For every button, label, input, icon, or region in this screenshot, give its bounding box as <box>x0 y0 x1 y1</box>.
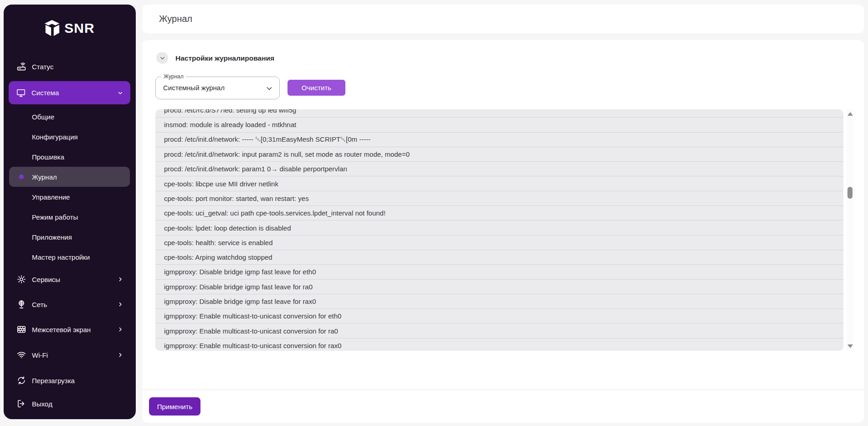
sidebar-item-network[interactable]: Сеть <box>9 293 130 316</box>
sidebar-subitem-management[interactable]: Управление <box>9 187 130 207</box>
wifi-icon <box>16 350 26 360</box>
chevron-down-icon <box>159 55 165 61</box>
log-line: cpe-tools: health: service is enabled <box>155 236 843 250</box>
sidebar-item-label: Статус <box>32 63 53 71</box>
scrollbar-thumb[interactable] <box>847 187 853 199</box>
brick-wall-icon <box>16 324 26 334</box>
sidebar-item-label: Межсетевой экран <box>32 326 91 334</box>
cube-logo-icon <box>45 20 60 37</box>
chevron-down-icon <box>266 85 273 92</box>
sidebar-item-system[interactable]: Система <box>9 81 130 104</box>
log-line: insmod: module is already loaded - mtkhn… <box>155 118 843 132</box>
sidebar-subitem-label: Управление <box>32 193 70 201</box>
sidebar-item-label: Система <box>31 89 59 97</box>
journal-select[interactable]: Журнал Системный журнал <box>155 77 280 99</box>
gear-icon <box>16 274 26 284</box>
sidebar-subitem-label: Прошивка <box>32 153 64 161</box>
chevron-right-icon <box>118 277 123 282</box>
log-line: procd: /etc/init.d/network: ----- ␛[0;31… <box>155 133 843 147</box>
sidebar-item-status[interactable]: Статус <box>9 55 130 78</box>
section-title: Настройки журналирования <box>175 54 274 62</box>
sidebar-item-label: Сервисы <box>32 276 60 283</box>
chevron-right-icon <box>118 302 123 307</box>
brand-logo: SNR <box>4 17 136 39</box>
sidebar-item-firewall[interactable]: Межсетевой экран <box>9 318 130 341</box>
brand-name: SNR <box>64 21 94 36</box>
sidebar-item-label: Wi-Fi <box>32 351 48 359</box>
sidebar-subitem-applications[interactable]: Приложения <box>9 227 130 247</box>
sidebar-item-wifi[interactable]: Wi-Fi <box>9 344 130 366</box>
page-title: Журнал <box>159 14 192 24</box>
log-line: procd: /etc/init.d/network: param1 0→ di… <box>155 162 843 176</box>
log-line: igmpproxy: Enable multicast-to-unicast c… <box>155 323 843 338</box>
sidebar-subitem-operating-mode[interactable]: Режим работы <box>9 207 130 227</box>
active-dot-icon <box>19 175 24 179</box>
sidebar-item-services[interactable]: Сервисы <box>9 268 130 291</box>
sidebar-subitem-label: Режим работы <box>32 213 78 221</box>
triangle-down-icon[interactable] <box>847 344 853 348</box>
globe-icon <box>16 299 26 309</box>
apply-button[interactable]: Применить <box>149 397 200 416</box>
log-line: cpe-tools: libcpe use MII driver netlink <box>155 176 843 191</box>
log-line: igmpproxy: Enable multicast-to-unicast c… <box>155 339 843 351</box>
footer-divider <box>142 390 864 390</box>
sidebar-subitem-journal[interactable]: Журнал <box>9 167 130 187</box>
refresh-icon <box>16 375 26 385</box>
journal-settings-card: Настройки журналирования Журнал Системны… <box>142 40 864 423</box>
sidebar-item-label: Выход <box>32 400 52 408</box>
sidebar-subitem-label: Общие <box>32 113 54 121</box>
page-header-card: Журнал <box>142 5 864 33</box>
sidebar-subitem-label: Журнал <box>32 173 57 181</box>
journal-select-value: Системный журнал <box>163 84 225 92</box>
logout-icon <box>16 399 26 409</box>
log-line: igmpproxy: Enable multicast-to-unicast c… <box>155 309 843 323</box>
chevron-right-icon <box>118 352 123 358</box>
log-line: procd: /etc/rc.d/S77led: setting up led … <box>155 109 843 118</box>
sidebar: SNR Статус Система Общие Конфигурация Пр… <box>4 5 136 419</box>
log-line: cpe-tools: Arping watchdog stopped <box>155 250 843 265</box>
sidebar-subitem-label: Мастер настройки <box>32 253 90 261</box>
log-line: igmpproxy: Disable bridge igmp fast leav… <box>155 265 843 279</box>
triangle-up-icon[interactable] <box>847 112 853 116</box>
sidebar-subitem-firmware[interactable]: Прошивка <box>9 147 130 167</box>
sidebar-subitem-general[interactable]: Общие <box>9 107 130 127</box>
log-line: cpe-tools: uci_getval: uci path cpe-tool… <box>155 206 843 221</box>
sidebar-subitem-label: Конфигурация <box>32 133 78 141</box>
sidebar-subitem-setup-wizard[interactable]: Мастер настройки <box>9 247 130 267</box>
log-line: igmpproxy: Disable bridge igmp fast leav… <box>155 280 843 294</box>
router-icon <box>16 62 26 72</box>
sidebar-subitem-label: Приложения <box>32 233 72 241</box>
sidebar-item-label: Сеть <box>32 301 47 308</box>
sidebar-subitem-configuration[interactable]: Конфигурация <box>9 127 130 147</box>
log-viewer[interactable]: procd: /etc/rc.d/S77led: setting up led … <box>155 109 843 351</box>
log-scrollbar[interactable] <box>847 109 853 351</box>
journal-select-label: Журнал <box>161 73 186 80</box>
log-list: procd: /etc/rc.d/S77led: setting up led … <box>155 109 843 351</box>
log-line: igmpproxy: Disable bridge igmp fast leav… <box>155 294 843 309</box>
sidebar-item-logout[interactable]: Выход <box>9 392 130 415</box>
collapse-section-button[interactable] <box>156 52 168 64</box>
chevron-down-icon <box>118 90 123 96</box>
log-line: procd: /etc/init.d/network: input param2… <box>155 147 843 162</box>
chevron-right-icon <box>118 327 123 332</box>
sidebar-item-label: Перезагрузка <box>32 377 75 385</box>
log-line: cpe-tools: port monitor: started, wan re… <box>155 191 843 206</box>
clear-log-button[interactable]: Очистить <box>288 80 345 96</box>
log-line: cpe-tools: lpdet: loop detection is disa… <box>155 221 843 235</box>
monitor-icon <box>16 88 26 98</box>
sidebar-item-reboot[interactable]: Перезагрузка <box>9 369 130 392</box>
